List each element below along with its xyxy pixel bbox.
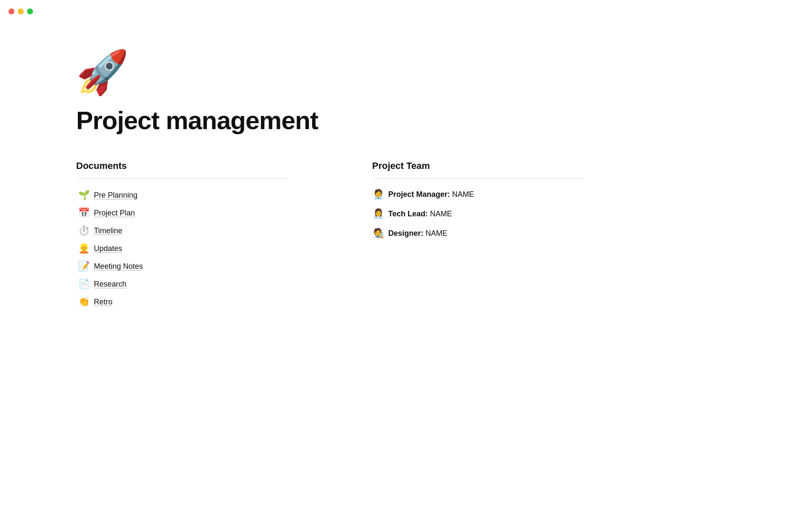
team-member-item: 🧑‍💼Project Manager: NAME — [372, 187, 584, 202]
documents-divider — [76, 178, 288, 179]
main-content: 🚀 Project management Documents 🌱Pre Plan… — [0, 0, 592, 344]
document-label: Updates — [94, 244, 122, 253]
team-member-item: 👩‍💼Tech Lead: NAME — [372, 207, 584, 221]
team-list: 🧑‍💼Project Manager: NAME👩‍💼Tech Lead: NA… — [372, 187, 584, 240]
team-member-icon: 👩‍💼 — [372, 208, 384, 219]
document-label: Retro — [94, 298, 112, 306]
document-label: Project Plan — [94, 209, 135, 218]
team-member-icon: 🧑‍🎨 — [372, 228, 384, 239]
project-team-column: Project Team 🧑‍💼Project Manager: NAME👩‍💼… — [372, 160, 584, 240]
document-item[interactable]: 👱Updates — [76, 240, 288, 257]
team-divider — [372, 178, 584, 179]
document-item[interactable]: 📝Meeting Notes — [76, 258, 288, 274]
document-label: Research — [94, 280, 126, 289]
document-icon: 📄 — [78, 279, 90, 290]
document-item[interactable]: 🌱Pre Planning — [76, 187, 288, 203]
document-icon: 📝 — [78, 261, 90, 272]
document-label: Meeting Notes — [94, 262, 143, 271]
document-icon: 👏 — [78, 296, 90, 307]
document-icon: 📅 — [78, 207, 90, 218]
two-columns: Documents 🌱Pre Planning📅Project Plan⏱️Ti… — [76, 160, 592, 310]
team-member-icon: 🧑‍💼 — [372, 189, 384, 200]
team-section-title: Project Team — [372, 160, 584, 171]
document-icon: 🌱 — [78, 190, 90, 201]
traffic-lights — [8, 8, 33, 14]
page-icon: 🚀 — [76, 51, 592, 93]
documents-list: 🌱Pre Planning📅Project Plan⏱️Timeline👱Upd… — [76, 187, 288, 310]
page-title: Project management — [76, 106, 592, 135]
maximize-button[interactable] — [27, 8, 33, 14]
document-item[interactable]: ⏱️Timeline — [76, 223, 288, 239]
team-member-label: Tech Lead: NAME — [388, 210, 452, 218]
team-member-item: 🧑‍🎨Designer: NAME — [372, 226, 584, 240]
documents-section-title: Documents — [76, 160, 288, 171]
document-item[interactable]: 📄Research — [76, 276, 288, 292]
team-member-label: Designer: NAME — [388, 229, 447, 238]
document-label: Pre Planning — [94, 191, 137, 200]
team-member-label: Project Manager: NAME — [388, 190, 474, 199]
documents-column: Documents 🌱Pre Planning📅Project Plan⏱️Ti… — [76, 160, 288, 310]
close-button[interactable] — [8, 8, 14, 14]
minimize-button[interactable] — [18, 8, 24, 14]
document-icon: 👱 — [78, 243, 90, 254]
document-item[interactable]: 👏Retro — [76, 294, 288, 310]
document-label: Timeline — [94, 226, 122, 235]
document-icon: ⏱️ — [78, 225, 90, 236]
document-item[interactable]: 📅Project Plan — [76, 205, 288, 221]
